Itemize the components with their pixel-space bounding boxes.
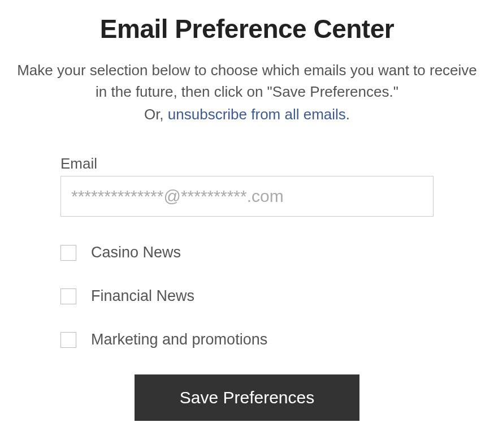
checkbox-group: Casino News Financial News Marketing and… bbox=[60, 244, 434, 348]
checkbox-label-casino-news[interactable]: Casino News bbox=[91, 244, 181, 261]
checkbox-financial-news[interactable] bbox=[60, 288, 76, 304]
page-title: Email Preference Center bbox=[14, 14, 480, 44]
checkbox-marketing[interactable] bbox=[60, 332, 76, 348]
or-prefix: Or, bbox=[144, 106, 168, 123]
checkbox-casino-news[interactable] bbox=[60, 245, 76, 261]
checkbox-row-financial-news: Financial News bbox=[60, 287, 434, 305]
unsubscribe-link[interactable]: unsubscribe from all emails bbox=[168, 106, 346, 123]
email-field[interactable] bbox=[60, 176, 434, 217]
checkbox-row-casino-news: Casino News bbox=[60, 244, 434, 261]
save-preferences-button[interactable]: Save Preferences bbox=[135, 374, 359, 421]
period: . bbox=[346, 106, 350, 123]
checkbox-label-financial-news[interactable]: Financial News bbox=[91, 287, 194, 305]
form-area: Email Casino News Financial News Marketi… bbox=[60, 155, 434, 421]
preference-center-container: Email Preference Center Make your select… bbox=[0, 0, 494, 421]
button-wrap: Save Preferences bbox=[60, 374, 434, 421]
description-text: Make your selection below to choose whic… bbox=[14, 60, 480, 102]
checkbox-label-marketing[interactable]: Marketing and promotions bbox=[91, 331, 267, 348]
email-label: Email bbox=[60, 155, 434, 173]
checkbox-row-marketing: Marketing and promotions bbox=[60, 331, 434, 348]
unsubscribe-line: Or, unsubscribe from all emails. bbox=[14, 106, 480, 123]
